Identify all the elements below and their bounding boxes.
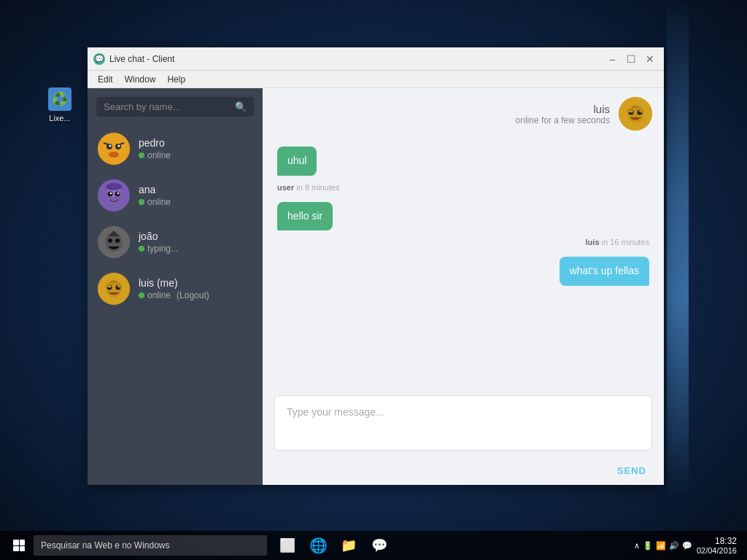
titlebar: 💬 Live chat - Client ‒ ☐ ✕ xyxy=(88,47,664,71)
contact-list: pedro online xyxy=(88,125,263,485)
chat-header: luis online for a few seconds xyxy=(263,88,664,139)
status-label-pedro: online xyxy=(147,150,171,160)
message-group-1: uhul xyxy=(277,147,649,176)
send-area: SEND xyxy=(263,462,664,485)
menu-window[interactable]: Window xyxy=(119,73,162,86)
contact-info-ana: ana online xyxy=(139,184,171,207)
menu-edit[interactable]: Edit xyxy=(92,73,119,86)
message-meta-2: luis in 16 minutes xyxy=(586,238,649,246)
avatar-luis xyxy=(98,273,130,305)
contact-info-pedro: pedro online xyxy=(139,137,171,160)
message-group-2: hello sir xyxy=(277,202,649,231)
contact-item-pedro[interactable]: pedro online xyxy=(88,125,263,172)
svg-point-4 xyxy=(118,145,120,147)
avatar-joao xyxy=(98,226,130,258)
contact-name-ana: ana xyxy=(139,184,171,195)
svg-point-27 xyxy=(117,284,122,287)
status-dot-luis xyxy=(139,292,144,298)
chat-area: luis online for a few seconds xyxy=(263,88,664,485)
minimize-button[interactable]: ‒ xyxy=(604,51,620,67)
tray-network: 📶 xyxy=(656,541,666,551)
messages-container: uhul user in 8 minutes hello sir luis in… xyxy=(263,139,664,395)
taskbar-apps: ⬜ 🌐 📁 💬 xyxy=(273,531,394,560)
contact-name-luis: luis (me) xyxy=(139,277,209,289)
svg-point-18 xyxy=(115,238,120,243)
status-dot-pedro xyxy=(139,152,144,158)
contact-status-pedro: online xyxy=(139,150,171,160)
tray-battery: 🔋 xyxy=(643,541,653,551)
chat-partner-status: online for a few seconds xyxy=(516,115,610,125)
app-window: 💬 Live chat - Client ‒ ☐ ✕ Edit Window H… xyxy=(88,47,664,485)
chat-header-info: luis online for a few seconds xyxy=(516,103,610,125)
svg-point-35 xyxy=(639,109,643,112)
menubar: Edit Window Help xyxy=(88,71,664,88)
taskbar-tray: ∧ 🔋 📶 🔊 💬 18:32 02/04/2016 xyxy=(634,536,743,555)
contact-status-ana: online xyxy=(139,197,171,207)
svg-point-34 xyxy=(627,109,632,112)
tray-volume[interactable]: 🔊 xyxy=(669,541,679,551)
message-time-1: in 8 minutes xyxy=(296,183,339,192)
svg-point-0 xyxy=(98,133,130,165)
search-box: 🔍 xyxy=(96,97,254,117)
svg-point-5 xyxy=(109,152,119,158)
search-icon: 🔍 xyxy=(235,101,247,112)
message-bubble-hello: hello sir xyxy=(277,202,333,231)
taskbar-app-explorer[interactable]: 📁 xyxy=(334,531,363,560)
recycle-icon: ♻️ xyxy=(48,88,71,111)
menu-help[interactable]: Help xyxy=(161,73,191,86)
message-sender-2: luis xyxy=(586,238,600,246)
window-controls: ‒ ☐ ✕ xyxy=(604,51,658,67)
window-title: Live chat - Client xyxy=(109,54,604,64)
contact-name-joao: joão xyxy=(139,230,178,242)
close-button[interactable]: ✕ xyxy=(642,51,658,67)
taskbar-search[interactable]: Pesquisar na Web e no Windows xyxy=(34,535,267,556)
sidebar: 🔍 xyxy=(88,88,263,485)
desktop-icon-recycle[interactable]: ♻️ Lixe... xyxy=(48,88,71,122)
tray-message: 💬 xyxy=(682,541,692,551)
contact-status-luis: online (Logout) xyxy=(139,290,209,300)
logout-link[interactable]: (Logout) xyxy=(177,290,209,300)
taskbar-app-chat[interactable]: 💬 xyxy=(365,531,394,560)
taskbar-time[interactable]: 18:32 02/04/2016 xyxy=(697,536,737,555)
send-button[interactable]: SEND xyxy=(611,462,652,479)
svg-point-26 xyxy=(106,284,110,287)
contact-item-ana[interactable]: ana online xyxy=(88,172,263,219)
windows-icon xyxy=(13,540,25,551)
taskbar-time-value: 18:32 xyxy=(697,536,737,546)
svg-point-17 xyxy=(108,238,112,243)
chat-header-avatar xyxy=(619,97,652,131)
message-time-2: in 16 minutes xyxy=(602,238,649,246)
contact-info-luis: luis (me) online (Logout) xyxy=(139,277,209,300)
taskbar-app-multidesktop[interactable]: ⬜ xyxy=(273,531,302,560)
search-input[interactable] xyxy=(104,101,231,112)
contact-info-joao: joão typing... xyxy=(139,230,178,254)
taskbar: Pesquisar na Web e no Windows ⬜ 🌐 📁 💬 ∧ … xyxy=(0,531,747,560)
message-group-3: what's up fellas xyxy=(277,257,649,286)
tray-chevron[interactable]: ∧ xyxy=(634,541,640,551)
contact-item-joao[interactable]: joão typing... xyxy=(88,219,263,265)
status-dot-joao xyxy=(139,246,144,252)
contact-status-joao: typing... xyxy=(139,244,178,254)
contact-item-luis[interactable]: luis (me) online (Logout) xyxy=(88,265,263,312)
start-button[interactable] xyxy=(4,531,34,560)
status-label-ana: online xyxy=(147,197,171,207)
search-container: 🔍 xyxy=(88,88,263,125)
svg-point-3 xyxy=(109,145,112,147)
taskbar-app-edge[interactable]: 🌐 xyxy=(303,531,333,560)
maximize-button[interactable]: ☐ xyxy=(623,51,639,67)
desktop-icon-label: Lixe... xyxy=(49,114,70,122)
message-bubble-whatsup: what's up fellas xyxy=(560,257,649,286)
svg-point-13 xyxy=(117,192,119,194)
status-label-joao: typing... xyxy=(147,244,178,254)
svg-point-10 xyxy=(108,192,113,197)
app-icon: 💬 xyxy=(93,53,105,65)
svg-point-11 xyxy=(115,192,120,197)
contact-name-pedro: pedro xyxy=(139,137,171,149)
svg-point-14 xyxy=(106,183,122,190)
taskbar-date-value: 02/04/2016 xyxy=(697,546,737,555)
message-input[interactable] xyxy=(275,396,651,447)
avatar-pedro xyxy=(98,133,130,165)
input-area xyxy=(274,395,652,451)
taskbar-search-text: Pesquisar na Web e no Windows xyxy=(41,540,170,551)
message-bubble-uhul: uhul xyxy=(277,147,317,176)
